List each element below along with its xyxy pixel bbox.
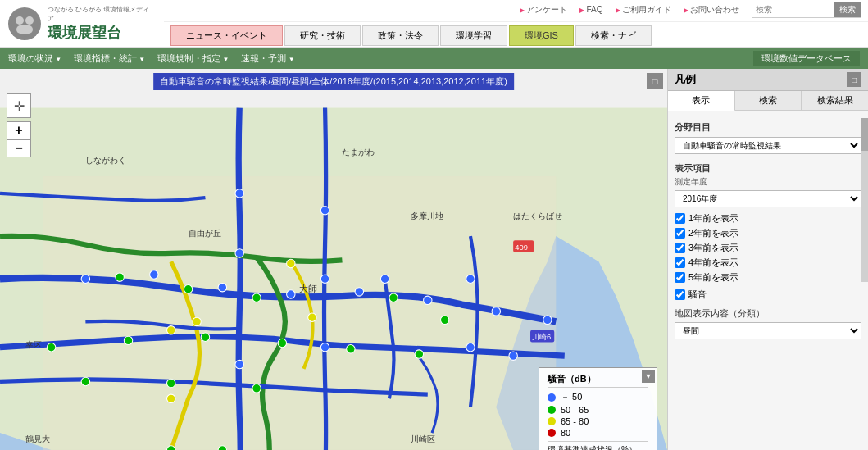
svg-point-25 xyxy=(184,285,192,293)
svg-point-16 xyxy=(235,189,243,198)
main-content: 大師 しながわく たまがわ 自由が丘 多摩川地 はたくらばせ 幸区 川崎区 鶴見… xyxy=(0,69,868,450)
svg-point-41 xyxy=(287,259,295,267)
svg-point-17 xyxy=(235,249,243,257)
svg-point-45 xyxy=(440,316,448,324)
svg-text:自由が丘: 自由が丘 xyxy=(189,229,221,238)
svg-point-12 xyxy=(355,288,363,296)
legend-collapse-button[interactable]: ▼ xyxy=(642,370,655,383)
legend-color-2 xyxy=(548,406,556,414)
sub-nav: 環境の状況 環境指標・統計 環境規制・指定 速報・予測 環境数値データベース xyxy=(0,48,868,69)
nav-contact[interactable]: お問い合わせ xyxy=(684,4,739,16)
svg-text:はたくらばせ: はたくらばせ xyxy=(513,211,562,220)
svg-point-31 xyxy=(278,339,286,347)
tab-env-learning[interactable]: 環境学習 xyxy=(440,25,507,46)
checkbox-3yr-label: 3年前を表示 xyxy=(688,242,738,254)
sub-nav-status[interactable]: 環境の状況 xyxy=(8,52,61,65)
svg-point-1 xyxy=(16,16,24,25)
search-box: 検索 xyxy=(752,2,861,18)
map-legend-box: ▼ 騒音（dB） － 50 50 - 65 65 - 80 80 - 環境基準達… xyxy=(539,367,657,450)
checkbox-2yr-label: 2年前を表示 xyxy=(688,227,738,239)
svg-text:大師: 大師 xyxy=(299,284,317,293)
svg-point-2 xyxy=(25,16,34,25)
sub-nav-forecast[interactable]: 速報・予測 xyxy=(241,52,294,65)
checkbox-4yr-input[interactable] xyxy=(675,257,685,268)
tab-gis[interactable]: 環境GIS xyxy=(509,25,574,46)
nav-faq[interactable]: FAQ xyxy=(579,5,602,14)
svg-text:多摩川地: 多摩川地 xyxy=(411,211,443,220)
legend-label-3: 65 - 80 xyxy=(561,416,589,426)
svg-point-26 xyxy=(252,293,261,302)
checkbox-noise: 騒音 xyxy=(675,289,861,301)
search-button[interactable]: 検索 xyxy=(834,2,861,17)
logo-text: 環境展望台 xyxy=(48,23,156,43)
dropdown3[interactable]: 昼間 xyxy=(675,322,861,339)
svg-point-32 xyxy=(347,345,355,353)
svg-point-42 xyxy=(308,313,316,321)
legend-item-1: － 50 xyxy=(548,391,648,403)
svg-point-13 xyxy=(424,296,432,304)
svg-point-36 xyxy=(81,377,89,385)
dropdown1[interactable]: 自動車騒音の常時監視結果 xyxy=(675,137,861,154)
panel-header: 凡例 □ xyxy=(668,69,868,91)
logo-area: つながる ひろがる 環境情報メディア 環境展望台 xyxy=(0,1,164,47)
panel-scroll[interactable]: 分野目目 自動車騒音の常時監視結果 表示項目 測定年度 2016年度 1年前を表… xyxy=(668,111,868,450)
header-top-nav: アンケート FAQ ご利用ガイド お問い合わせ 検索 xyxy=(164,0,868,22)
checkbox-5yr: 5年前を表示 xyxy=(675,271,861,284)
svg-text:川崎6: 川崎6 xyxy=(532,332,551,341)
checkbox-3yr-input[interactable] xyxy=(675,243,685,253)
db-title: 環境数値データベース xyxy=(753,51,860,66)
nav-anketo[interactable]: アンケート xyxy=(520,4,567,16)
legend-item-3: 65 - 80 xyxy=(548,416,648,426)
scrollbar-thumb[interactable] xyxy=(861,118,868,151)
svg-point-18 xyxy=(235,360,243,368)
tab-news[interactable]: ニュース・イベント xyxy=(170,25,283,46)
legend-label-1: － 50 xyxy=(561,391,582,403)
svg-point-8 xyxy=(81,275,89,283)
dropdown1-wrapper: 自動車騒音の常時監視結果 xyxy=(675,137,861,154)
search-input[interactable] xyxy=(752,2,834,17)
panel-expand-button[interactable]: □ xyxy=(847,72,861,87)
section3-label: 地図表示内容（分類） xyxy=(675,307,861,320)
checkbox-noise-input[interactable] xyxy=(675,289,685,300)
svg-point-15 xyxy=(543,316,552,324)
svg-point-43 xyxy=(167,394,175,402)
checkbox-1yr-input[interactable] xyxy=(675,213,685,224)
legend-label-4: 80 - xyxy=(561,428,576,438)
checkbox-5yr-label: 5年前を表示 xyxy=(688,271,738,284)
zoom-in-button[interactable]: + xyxy=(7,121,31,139)
svg-text:しながわく: しながわく xyxy=(85,156,126,165)
right-panel: 凡例 □ 表示 検索 検索結果 分野目目 自動車騒音の常時監視結果 表示項目 測… xyxy=(667,69,868,450)
tab-display[interactable]: 表示 xyxy=(668,91,735,111)
tab-search-results[interactable]: 検索結果 xyxy=(802,91,868,110)
tab-policy[interactable]: 政策・法令 xyxy=(362,25,439,46)
scrollbar-track[interactable] xyxy=(861,118,868,282)
tab-search-nav[interactable]: 検索・ナビ xyxy=(575,25,652,46)
legend-color-4 xyxy=(548,429,556,437)
header: つながる ひろがる 環境情報メディア 環境展望台 アンケート FAQ ご利用ガイ… xyxy=(0,0,868,48)
checkbox-2yr-input[interactable] xyxy=(675,228,685,239)
sub-nav-regulation[interactable]: 環境規制・指定 xyxy=(157,52,229,65)
map-expand-button[interactable]: □ xyxy=(647,73,663,89)
tab-search[interactable]: 検索 xyxy=(735,91,802,110)
legend-color-1 xyxy=(548,393,556,402)
dropdown2[interactable]: 2016年度 xyxy=(675,190,861,207)
zoom-out-button[interactable]: − xyxy=(7,139,31,157)
tab-research[interactable]: 研究・技術 xyxy=(284,25,361,46)
dropdown2-wrapper: 2016年度 xyxy=(675,190,861,207)
pan-icon[interactable]: ✛ xyxy=(7,93,31,118)
svg-text:幸区: 幸区 xyxy=(25,340,42,349)
checkbox-5yr-input[interactable] xyxy=(675,272,685,283)
header-nav: アンケート FAQ ご利用ガイド お問い合わせ 検索 ニュース・イベント 研究・… xyxy=(164,0,868,49)
checkbox-2yr: 2年前を表示 xyxy=(675,227,861,239)
svg-point-38 xyxy=(252,384,261,393)
dropdown3-wrapper: 昼間 xyxy=(675,322,861,339)
checkbox-noise-label: 騒音 xyxy=(688,289,707,301)
svg-point-29 xyxy=(124,336,132,344)
legend-color-3 xyxy=(548,417,556,425)
svg-point-21 xyxy=(320,343,329,352)
svg-text:鶴見大: 鶴見大 xyxy=(25,434,50,443)
sub-nav-stats[interactable]: 環境指標・統計 xyxy=(74,52,145,65)
map-title: 自動車騒音の常時監視結果/昼間/昼間/全体/2016年度/(2015,2014,… xyxy=(153,73,514,90)
legend-title: 騒音（dB） xyxy=(548,373,648,388)
nav-guide[interactable]: ご利用ガイド xyxy=(616,4,671,16)
